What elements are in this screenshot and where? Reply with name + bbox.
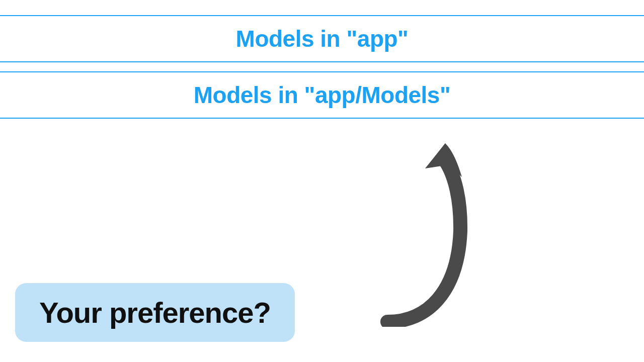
preference-tag: Your preference? [15, 283, 295, 342]
option-text-app-models: Models in "app/Models" [194, 81, 451, 109]
preference-label: Your preference? [39, 296, 271, 329]
option-text-app: Models in "app" [236, 25, 409, 52]
option-row-app-models[interactable]: Models in "app/Models" [0, 71, 644, 119]
curved-arrow-icon [377, 141, 478, 327]
option-row-app[interactable]: Models in "app" [0, 15, 644, 62]
